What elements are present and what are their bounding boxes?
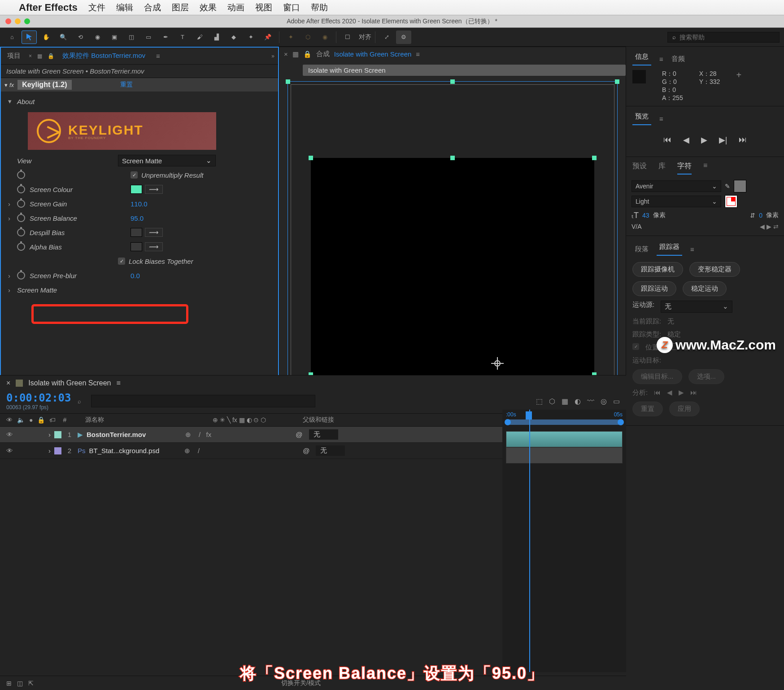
stopwatch-icon[interactable]: [17, 271, 25, 279]
view-dropdown[interactable]: Screen Matte⌄: [118, 155, 216, 166]
parent-dropdown[interactable]: 无: [309, 429, 338, 440]
app-name[interactable]: After Effects: [19, 2, 78, 13]
playhead-line[interactable]: [529, 410, 530, 672]
last-frame-button[interactable]: ⏭: [739, 135, 747, 145]
search-icon[interactable]: ⌕: [78, 398, 81, 405]
lockbias-checkbox[interactable]: ✓: [118, 258, 125, 265]
about-row[interactable]: ▾About: [1, 94, 278, 109]
unpremult-checkbox[interactable]: ✓: [131, 171, 138, 179]
layer-handle[interactable]: [592, 156, 597, 160]
visibility-toggle[interactable]: 👁: [6, 447, 14, 454]
analyze-back-icon[interactable]: ⏮: [654, 389, 661, 397]
current-time[interactable]: 0:00:02:03: [6, 392, 71, 404]
effect-name[interactable]: Keylight (1.2): [17, 80, 71, 90]
parent-dropdown[interactable]: 无: [316, 445, 345, 456]
stopwatch-icon[interactable]: [17, 185, 25, 193]
stroke-swatch[interactable]: [725, 195, 737, 208]
screen-matte-row[interactable]: › Screen Matte: [1, 283, 278, 297]
alpha-swatch[interactable]: [131, 242, 142, 251]
menu-window[interactable]: 窗口: [283, 2, 300, 13]
solo-col-icon[interactable]: ●: [29, 416, 33, 424]
timeline-comp-name[interactable]: Isolate with Green Screen: [28, 379, 111, 387]
menu-help[interactable]: 帮助: [311, 2, 328, 13]
stabilize-motion-button[interactable]: 稳定运动: [683, 281, 727, 296]
menu-view[interactable]: 视图: [255, 2, 272, 13]
panel-menu-icon[interactable]: ≡: [156, 52, 160, 60]
eraser-tool[interactable]: ◆: [226, 31, 241, 44]
overflow-icon[interactable]: »: [271, 53, 274, 59]
camera-tool[interactable]: ▣: [107, 31, 122, 44]
axis-tool[interactable]: ✦: [283, 31, 298, 44]
menu-layer[interactable]: 图层: [172, 2, 189, 13]
work-area-start[interactable]: [505, 419, 511, 425]
anchor-point-icon[interactable]: [491, 357, 504, 370]
layer-color-chip[interactable]: [54, 447, 61, 454]
tab-effect-controls[interactable]: 效果控件 BostonTerrier.mov: [60, 52, 148, 60]
eyedropper-icon[interactable]: ✎: [725, 183, 730, 190]
fx-badge-icon[interactable]: fx: [9, 82, 14, 88]
leading-value[interactable]: 0: [759, 212, 762, 219]
home-tool[interactable]: ⌂: [4, 31, 20, 44]
despill-swatch[interactable]: [131, 228, 142, 237]
panel-menu-icon[interactable]: ≡: [659, 55, 663, 63]
track-motion-button[interactable]: 跟踪运动: [632, 281, 676, 296]
first-frame-button[interactable]: ⏮: [663, 135, 671, 145]
layer-color-chip[interactable]: [54, 431, 61, 438]
tracker-apply-button[interactable]: 应用: [669, 402, 700, 416]
stopwatch-icon[interactable]: [17, 243, 25, 251]
tab-tracker[interactable]: 跟踪器: [657, 243, 682, 256]
eyedropper-icon[interactable]: ⟿: [145, 228, 163, 237]
resize-handle[interactable]: [450, 79, 455, 84]
playhead[interactable]: [526, 411, 532, 419]
clone-tool[interactable]: ▟: [209, 31, 224, 44]
3d-icon[interactable]: ⬡: [549, 397, 555, 406]
layer-name[interactable]: BT_Stat...ckground.psd: [89, 447, 160, 454]
shy-icon[interactable]: ⬚: [536, 397, 543, 406]
parent-pickwhip-icon[interactable]: @: [296, 431, 302, 438]
tab-audio[interactable]: 音频: [669, 55, 688, 63]
comp-breadcrumb-chip[interactable]: Isolate with Green Screen: [303, 65, 626, 76]
work-area-end[interactable]: [618, 419, 624, 425]
warp-stabilize-button[interactable]: 变形稳定器: [689, 262, 740, 277]
lock-icon[interactable]: 🔒: [303, 50, 312, 58]
zoom-tool[interactable]: 🔍: [56, 31, 71, 44]
screen-colour-swatch[interactable]: [131, 185, 142, 194]
play-button[interactable]: ▶: [701, 135, 707, 145]
gain-value[interactable]: 110.0: [131, 200, 148, 208]
selection-tool[interactable]: [22, 31, 37, 44]
menu-composition[interactable]: 合成: [144, 2, 161, 13]
effect-reset-link[interactable]: 重置: [120, 81, 133, 89]
label-col-icon[interactable]: 🏷: [49, 416, 56, 424]
hand-tool[interactable]: ✋: [39, 31, 54, 44]
3d-tool[interactable]: ⬡: [300, 31, 315, 44]
font-size-value[interactable]: 43: [642, 212, 649, 219]
tracker-reset-button[interactable]: 重置: [632, 402, 663, 416]
settings-icon[interactable]: ⚙: [396, 31, 411, 44]
stopwatch-icon[interactable]: [17, 228, 25, 236]
analyze-fwd-icon[interactable]: ▶: [679, 389, 684, 397]
preblur-value[interactable]: 0.0: [131, 272, 140, 279]
menu-effect[interactable]: 效果: [200, 2, 217, 13]
tab-info[interactable]: 信息: [632, 52, 651, 66]
text-tool[interactable]: T: [175, 31, 190, 44]
roto-tool[interactable]: ✦: [243, 31, 258, 44]
parent-pickwhip-icon[interactable]: @: [303, 447, 309, 454]
close-tab-icon[interactable]: ×: [29, 53, 32, 59]
close-comp-icon[interactable]: ×: [284, 50, 288, 58]
tab-paragraph[interactable]: 段落: [632, 245, 651, 253]
prev-frame-button[interactable]: ◀: [683, 135, 689, 145]
tab-preview[interactable]: 预览: [632, 112, 651, 125]
audio-col-icon[interactable]: 🔈: [17, 416, 25, 424]
shape-tool[interactable]: ▭: [141, 31, 156, 44]
timeline-track-area[interactable]: :00s 05s: [502, 410, 626, 672]
auto-open-icon[interactable]: ⤢: [379, 31, 394, 44]
orbit-tool[interactable]: ⟲: [73, 31, 88, 44]
layer-handle[interactable]: [309, 156, 313, 160]
tab-project[interactable]: 项目: [4, 52, 23, 60]
resize-handle[interactable]: [615, 79, 619, 84]
timeline-search-input[interactable]: [91, 395, 315, 407]
layer-duration-bar[interactable]: [506, 431, 623, 447]
tab-character[interactable]: 字符: [677, 162, 692, 175]
tab-library[interactable]: 库: [658, 162, 666, 175]
comp-name[interactable]: Isolate with Green Screen: [334, 50, 412, 58]
